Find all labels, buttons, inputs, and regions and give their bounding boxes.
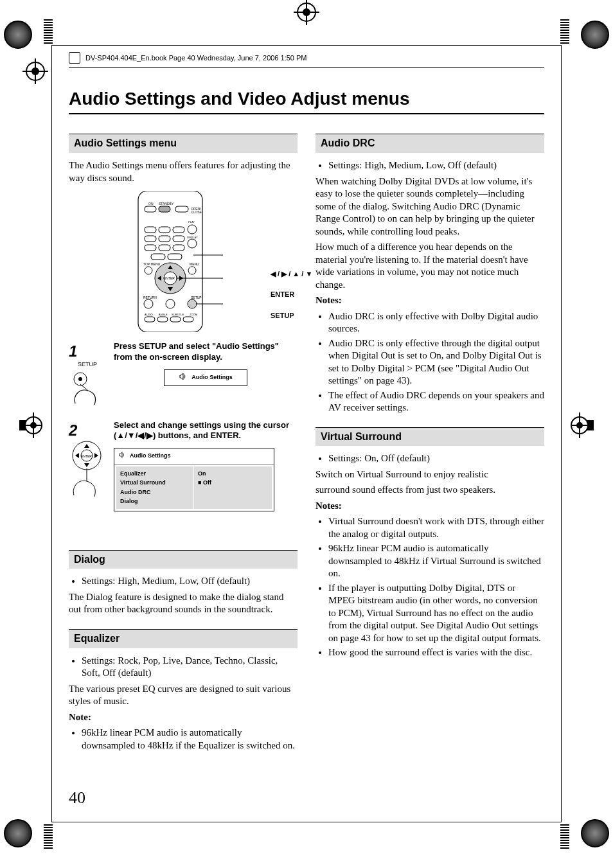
speaker-icon <box>179 372 188 384</box>
reg-mark-bottom <box>297 3 316 22</box>
page-frame: DV-SP404.404E_En.book Page 40 Wednesday,… <box>51 45 562 822</box>
title-underline <box>69 113 544 114</box>
audio-drc-note-2: Audio DRC is only effective through the … <box>328 337 544 387</box>
reg-mark-left <box>26 62 45 81</box>
svg-text:RETURN: RETURN <box>143 296 157 299</box>
svg-text:ZOOM: ZOOM <box>190 313 197 316</box>
virtual-surround-p1: Switch on Virtual Surround to enjoy real… <box>315 468 544 481</box>
svg-text:DISPLAY: DISPLAY <box>187 236 198 239</box>
right-column: Audio DRC Settings: High, Medium, Low, O… <box>315 134 544 754</box>
audio-drc-note-3: The effect of Audio DRC depends on your … <box>328 389 544 414</box>
step-2-arrows: ▲/▼/◀/▶ <box>116 430 153 440</box>
audio-settings-menu-head: Audio Settings menu <box>69 134 298 153</box>
edge-dash-tl <box>44 19 53 45</box>
svg-text:ENTER: ENTER <box>81 454 92 458</box>
menu-val-equalizer: On <box>198 469 268 478</box>
equalizer-settings: Settings: Rock, Pop, Live, Dance, Techno… <box>82 655 298 680</box>
svg-text:ON: ON <box>148 202 154 206</box>
virtual-surround-p2: surround sound effects from just two spe… <box>315 484 544 497</box>
virtual-surround-note-1: Virtual Surround doesn't work with DTS, … <box>328 515 544 540</box>
audio-drc-head: Audio DRC <box>315 134 544 153</box>
menu-pill-label: Audio Settings <box>191 374 233 382</box>
svg-point-4 <box>30 422 37 429</box>
remote-setup-icon <box>69 371 105 407</box>
audio-drc-settings: Settings: High, Medium, Low, Off (defaul… <box>328 159 544 172</box>
svg-rect-9 <box>587 420 594 430</box>
menu-block-audio-settings: Audio Settings Equalizer Virtual Surroun… <box>114 448 274 511</box>
svg-text:ANGLE: ANGLE <box>159 313 168 316</box>
edge-dash-tr <box>560 19 569 45</box>
svg-text:PLAY: PLAY <box>188 220 195 224</box>
callout-arrows: ◀ / ▶ / ▲ / ▼ <box>271 269 312 278</box>
dialog-head: Dialog <box>69 550 298 569</box>
svg-point-32 <box>188 239 197 248</box>
svg-point-35 <box>145 267 152 274</box>
svg-text:MENU: MENU <box>190 262 199 266</box>
callout-setup: SETUP <box>271 311 312 320</box>
svg-point-46 <box>144 299 153 308</box>
virtual-surround-settings: Settings: On, Off (default) <box>328 452 544 465</box>
audio-settings-intro: The Audio Settings menu offers features … <box>69 159 298 184</box>
edge-dash-br <box>560 823 569 849</box>
menu-row-audio-drc: Audio DRC <box>120 488 190 497</box>
remote-nav-icon: ENTER <box>69 440 105 498</box>
virtual-surround-note-3: If the player is outputting Dolby Digita… <box>328 582 544 645</box>
menu-pill-audio-settings: Audio Settings <box>164 369 247 386</box>
step-2-text-c: ) buttons, and ENTER. <box>153 430 241 440</box>
step-1-number: 1 <box>69 341 82 361</box>
dialog-settings: Settings: High, Medium, Low, Off (defaul… <box>82 575 298 588</box>
print-corner-bl <box>4 819 32 847</box>
menu-row-equalizer: Equalizer <box>120 469 190 478</box>
print-corner-tl <box>4 21 32 49</box>
audio-drc-p2: How much of a difference you hear depend… <box>315 241 544 291</box>
svg-text:SETUP: SETUP <box>191 296 202 299</box>
menu-block-title: Audio Settings <box>130 452 171 460</box>
page-title: Audio Settings and Video Adjust menus <box>69 87 544 111</box>
svg-text:CLOSE: CLOSE <box>191 210 202 214</box>
audio-drc-note-1: Audio DRC is only effective with Dolby D… <box>328 310 544 335</box>
audio-drc-notes-label: Notes: <box>315 294 544 307</box>
equalizer-note-label: Note: <box>69 711 298 724</box>
svg-point-61 <box>78 377 82 381</box>
svg-point-48 <box>166 299 175 308</box>
callout-enter: ENTER <box>271 290 312 299</box>
print-corner-tr <box>581 21 609 49</box>
print-corner-br <box>581 819 609 847</box>
svg-text:ENTER: ENTER <box>164 276 175 280</box>
step-2: 2 ENTER <box>69 420 298 511</box>
step-1-text: Press SETUP and select "Audio Settings" … <box>114 341 298 363</box>
menu-val-virtual-surround: ■ Off <box>198 478 268 487</box>
side-reg-left <box>19 411 42 443</box>
equalizer-desc: The various preset EQ curves are designe… <box>69 683 298 708</box>
step-2-number: 2 <box>69 420 82 440</box>
dialog-desc: The Dialog feature is designed to make t… <box>69 591 298 616</box>
header-rule <box>69 67 544 68</box>
speaker-icon <box>118 451 126 461</box>
page-number: 40 <box>69 787 85 809</box>
svg-text:AUDIO: AUDIO <box>145 313 153 316</box>
svg-text:SUBTITLE: SUBTITLE <box>172 313 184 316</box>
book-header: DV-SP404.404E_En.book Page 40 Wednesday,… <box>69 52 561 64</box>
virtual-surround-head: Virtual Surround <box>315 427 544 447</box>
svg-text:TOP MENU: TOP MENU <box>143 262 161 266</box>
side-reg-right <box>571 411 594 443</box>
equalizer-head: Equalizer <box>69 629 298 648</box>
svg-point-47 <box>188 299 197 308</box>
left-column: Audio Settings menu The Audio Settings m… <box>69 134 298 754</box>
virtual-surround-notes-label: Notes: <box>315 500 544 513</box>
svg-text:STANDBY: STANDBY <box>159 202 174 206</box>
step-1: 1 SETUP Press SETUP and select "Audio Se… <box>69 341 298 411</box>
equalizer-note: 96kHz linear PCM audio is automatically … <box>82 727 298 752</box>
svg-rect-14 <box>159 206 170 212</box>
audio-drc-p1: When watching Dolby Digital DVDs at low … <box>315 175 544 238</box>
svg-point-8 <box>576 422 583 429</box>
virtual-surround-note-4: How good the surround effect is varies w… <box>328 646 544 659</box>
virtual-surround-note-2: 96kHz linear PCM audio is automatically … <box>328 542 544 580</box>
step-1-setup-label: SETUP <box>69 361 106 369</box>
svg-point-36 <box>188 267 196 274</box>
remote-illustration: ON STANDBY OPEN/ CLOSE PLAY DISPLAY <box>132 191 235 332</box>
edge-dash-bl <box>44 823 53 849</box>
menu-row-virtual-surround: Virtual Surround <box>120 478 190 487</box>
remote-callouts: ◀ / ▶ / ▲ / ▼ ENTER SETUP <box>271 258 312 332</box>
svg-point-29 <box>188 225 197 234</box>
